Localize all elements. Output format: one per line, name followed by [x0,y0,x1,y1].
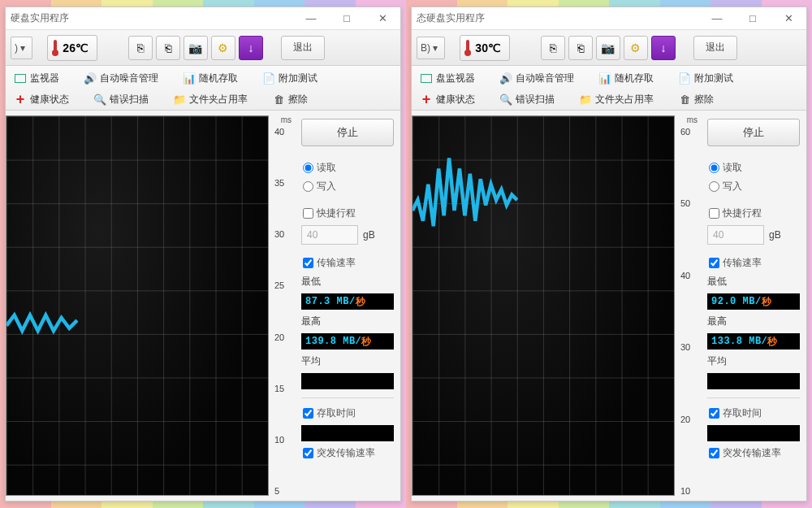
monitor-icon [420,72,433,85]
primary-toolbar: B) ▾ 30℃ ⎘ ⎗ 📷 ⚙ ↓ 退出 [412,30,806,66]
magnifier-icon [499,93,512,106]
trash-icon [272,93,285,106]
tab-extra[interactable]: 附加测试 [675,70,736,87]
tab-noise[interactable]: 自动噪音管理 [80,70,162,87]
readout-avg [301,373,394,389]
check-transfer[interactable]: 传输速率 [301,256,394,270]
paste-icon[interactable]: ⎗ [568,36,593,60]
window-title: 态硬盘实用程序 [417,11,485,25]
speaker-icon [84,72,97,85]
primary-toolbar: ) ▾ 26℃ ⎘ ⎗ 📷 ⚙ ↓ 退出 [6,30,400,66]
maximize-button[interactable]: □ [329,7,365,30]
check-access[interactable]: 存取时间 [707,406,800,420]
folder-icon [579,93,592,106]
folder-icon [173,93,186,106]
temperature-readout: 26℃ [47,35,97,61]
window-title: 硬盘实用程序 [11,11,69,25]
tab-folder-usage[interactable]: 文件夹占用率 [170,91,251,108]
tab-error-scan[interactable]: 错误扫描 [496,91,558,108]
readout-access [301,425,394,441]
maximize-button[interactable]: □ [735,7,771,30]
exit-button[interactable]: 退出 [693,36,737,60]
speaker-icon [499,72,512,85]
temperature-readout: 30℃ [460,35,510,61]
label-min: 最低 [707,275,800,289]
close-button[interactable]: ✕ [365,7,400,30]
radio-read[interactable]: 读取 [301,161,394,175]
readout-max: 139.8 MB/秒 [301,333,394,350]
gears-icon[interactable]: ⚙ [624,36,648,60]
check-burst[interactable]: 突发传输速率 [301,446,394,460]
readout-access [707,425,800,441]
check-quick[interactable]: 快捷行程 [301,206,394,220]
download-icon[interactable]: ↓ [239,36,263,60]
radio-read[interactable]: 读取 [707,161,800,175]
label-min: 最低 [301,275,394,289]
chart-icon [598,72,611,85]
copy-icon[interactable]: ⎘ [541,36,565,60]
secondary-toolbar: 监视器 自动噪音管理 随机存取 附加测试 +健康状态 错误扫描 文件夹占用率 擦… [6,66,400,111]
label-max: 最高 [301,315,394,328]
thermometer-icon [53,40,58,56]
tab-monitor[interactable]: 监视器 [11,70,63,87]
radio-write[interactable]: 写入 [707,180,800,193]
tab-health[interactable]: +健康状态 [11,91,72,108]
tab-wipe[interactable]: 擦除 [269,91,311,108]
plus-icon: + [14,93,27,106]
y-axis: ms 403530252015105 [272,111,295,501]
drive-select[interactable]: B) ▾ [417,37,445,59]
tab-error-scan[interactable]: 错误扫描 [90,91,152,108]
access-time-chart [412,115,675,496]
check-burst[interactable]: 突发传输速率 [707,446,800,460]
radio-write[interactable]: 写入 [301,180,394,193]
readout-avg [707,373,800,389]
check-quick[interactable]: 快捷行程 [707,206,800,220]
side-panel: 停止 读取 写入 快捷行程 40 gB 传输速率 最低 87.3 MB/秒 最高 [295,111,400,501]
copy-icon[interactable]: ⎘ [128,36,153,60]
camera-icon[interactable]: 📷 [184,36,208,60]
tab-extra[interactable]: 附加测试 [259,70,321,87]
minimize-button[interactable]: — [293,7,329,30]
tab-random[interactable]: 随机存取 [595,70,657,87]
doc-icon [262,72,275,85]
label-avg: 平均 [301,354,394,368]
minimize-button[interactable]: — [699,7,735,30]
tab-monitor[interactable]: 盘监视器 [417,70,478,87]
label-avg: 平均 [707,354,800,368]
plus-icon: + [420,93,433,106]
close-button[interactable]: ✕ [771,7,806,30]
waveform [412,116,674,378]
label-max: 最高 [707,315,800,328]
access-time-chart [6,115,269,496]
drive-select[interactable]: ) ▾ [11,37,32,59]
readout-max: 133.8 MB/秒 [707,333,800,350]
quick-value-input[interactable]: 40 [301,225,358,245]
tab-wipe[interactable]: 擦除 [675,91,717,108]
tab-health[interactable]: +健康状态 [417,91,478,108]
magnifier-icon [93,93,106,106]
doc-icon [678,72,691,85]
thermometer-icon [465,40,470,56]
trash-icon [678,93,691,106]
tab-random[interactable]: 随机存取 [179,70,241,87]
exit-button[interactable]: 退出 [281,36,325,60]
gears-icon[interactable]: ⚙ [211,36,235,60]
disk-utility-window-right: 态硬盘实用程序 — □ ✕ B) ▾ 30℃ ⎘ ⎗ 📷 ⚙ [411,7,807,501]
y-axis: ms 605040302010 [678,111,701,501]
secondary-toolbar: 盘监视器 自动噪音管理 随机存取 附加测试 +健康状态 错误扫描 文件夹占用率 … [412,66,806,111]
check-transfer[interactable]: 传输速率 [707,256,800,270]
quick-value-input[interactable]: 40 [707,225,764,245]
stop-button[interactable]: 停止 [707,119,800,146]
disk-utility-window-left: 硬盘实用程序 — □ ✕ ) ▾ 26℃ ⎘ ⎗ 📷 ⚙ [5,7,401,501]
stop-button[interactable]: 停止 [301,119,394,146]
tab-folder-usage[interactable]: 文件夹占用率 [576,91,657,108]
camera-icon[interactable]: 📷 [596,36,620,60]
tab-noise[interactable]: 自动噪音管理 [496,70,577,87]
chart-icon [183,72,196,85]
side-panel: 停止 读取 写入 快捷行程 40 gB 传输速率 最低 92.0 MB/秒 最高 [701,111,806,501]
download-icon[interactable]: ↓ [651,36,676,60]
readout-min: 87.3 MB/秒 [301,293,394,310]
check-access[interactable]: 存取时间 [301,406,394,420]
waveform [6,116,268,378]
paste-icon[interactable]: ⎗ [156,36,180,60]
